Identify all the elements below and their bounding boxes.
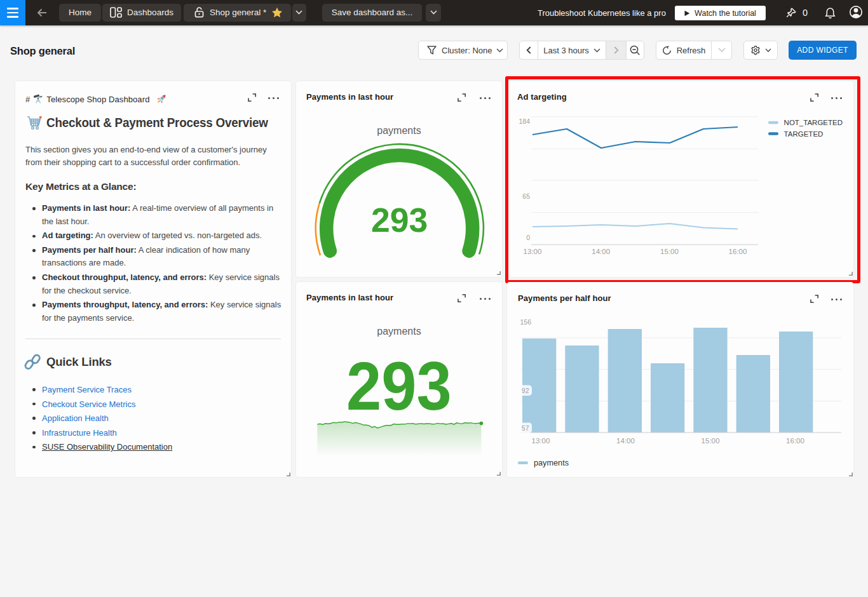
svg-text:payments: payments	[534, 459, 569, 467]
svg-text:156: 156	[520, 318, 531, 326]
svg-text:13:00: 13:00	[532, 437, 550, 445]
svg-text:16:00: 16:00	[786, 437, 804, 445]
svg-text:57: 57	[522, 424, 529, 432]
svg-text:15:00: 15:00	[702, 437, 720, 445]
svg-text:293: 293	[346, 347, 452, 424]
svg-text:92: 92	[522, 387, 529, 394]
svg-text:293: 293	[371, 201, 428, 239]
svg-text:14:00: 14:00	[616, 437, 635, 445]
